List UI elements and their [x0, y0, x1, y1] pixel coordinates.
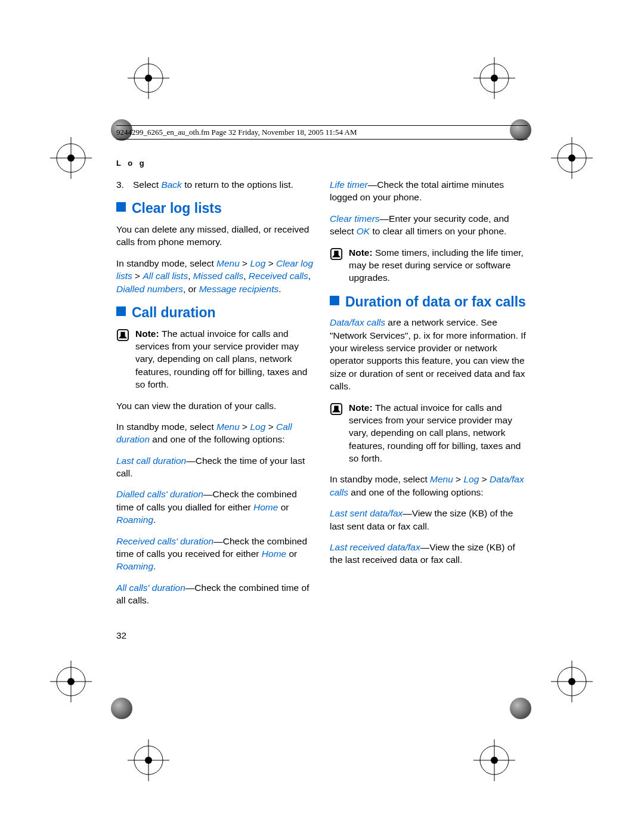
right-column: Life timer—Check the total airtime minut… [330, 178, 528, 615]
note-icon [330, 402, 343, 465]
page-content: 9244299_6265_en_au_oth.fm Page 32 Friday… [116, 125, 528, 641]
svg-point-27 [67, 678, 75, 685]
crop-disc-br [510, 698, 531, 719]
opt-dialled: Dialled calls' duration—Check the combin… [116, 488, 314, 526]
note-invoice: Note: The actual invoice for calls and s… [116, 327, 314, 391]
step-3: 3. Select Back to return to the options … [116, 178, 314, 191]
svg-point-3 [145, 75, 152, 82]
heading-call-duration: Call duration [116, 304, 314, 323]
svg-point-23 [568, 154, 575, 162]
crop-cross-r [551, 137, 593, 179]
opt-cleartimers: Clear timers—Enter your security code, a… [330, 212, 528, 238]
crop-cross-t2 [473, 57, 515, 99]
page-number: 32 [116, 630, 528, 641]
square-bullet-icon [330, 296, 339, 305]
opt-lastrecv: Last received data/fax—View the size (KB… [330, 541, 528, 566]
opt-last-call: Last call duration—Check the time of you… [116, 454, 314, 480]
crop-cross-b [128, 739, 169, 781]
square-bullet-icon [116, 306, 126, 316]
clear-standby-instruction: In standby mode, select Menu > Log > Cle… [116, 257, 314, 295]
opt-allcalls: All calls' duration—Check the combined t… [116, 581, 314, 607]
square-bullet-icon [116, 202, 126, 212]
svg-point-7 [491, 75, 498, 82]
crop-cross-b2 [473, 739, 515, 781]
heading-clear-log-lists: Clear log lists [116, 199, 314, 218]
crop-cross-r2 [551, 661, 593, 702]
svg-point-31 [568, 678, 575, 685]
back-link: Back [161, 179, 181, 190]
two-column-layout: 3. Select Back to return to the options … [116, 178, 528, 615]
svg-point-15 [491, 757, 498, 764]
crop-cross-l [50, 137, 92, 179]
datafax-description: Data/fax calls are a network service. Se… [330, 316, 528, 392]
opt-lifetimer: Life timer—Check the total airtime minut… [330, 178, 528, 204]
note-timers: Note: Some timers, including the life ti… [330, 246, 528, 284]
view-duration: You can view the duration of your calls. [116, 400, 314, 412]
opt-lastsent: Last sent data/fax—View the size (KB) of… [330, 507, 528, 532]
svg-point-11 [145, 757, 152, 764]
clear-description: You can delete any missed, dialled, or r… [116, 223, 314, 249]
section-label: L o g [116, 159, 528, 168]
note-icon [330, 247, 343, 284]
svg-point-19 [67, 154, 75, 162]
crop-disc-bl [111, 698, 132, 719]
crop-cross-t [128, 57, 169, 99]
datafax-standby: In standby mode, select Menu > Log > Dat… [330, 473, 528, 498]
crop-cross-l2 [50, 661, 92, 702]
opt-received: Received calls' duration—Check the combi… [116, 535, 314, 573]
left-column: 3. Select Back to return to the options … [116, 178, 314, 615]
step-text: Select Back to return to the options lis… [133, 178, 314, 191]
callduration-standby: In standby mode, select Menu > Log > Cal… [116, 420, 314, 446]
note-invoice-2: Note: The actual invoice for calls and s… [330, 401, 528, 465]
page-header: 9244299_6265_en_au_oth.fm Page 32 Friday… [116, 125, 528, 140]
step-number: 3. [116, 178, 133, 191]
note-icon [116, 329, 129, 391]
heading-data-fax: Duration of data or fax calls [330, 293, 528, 312]
